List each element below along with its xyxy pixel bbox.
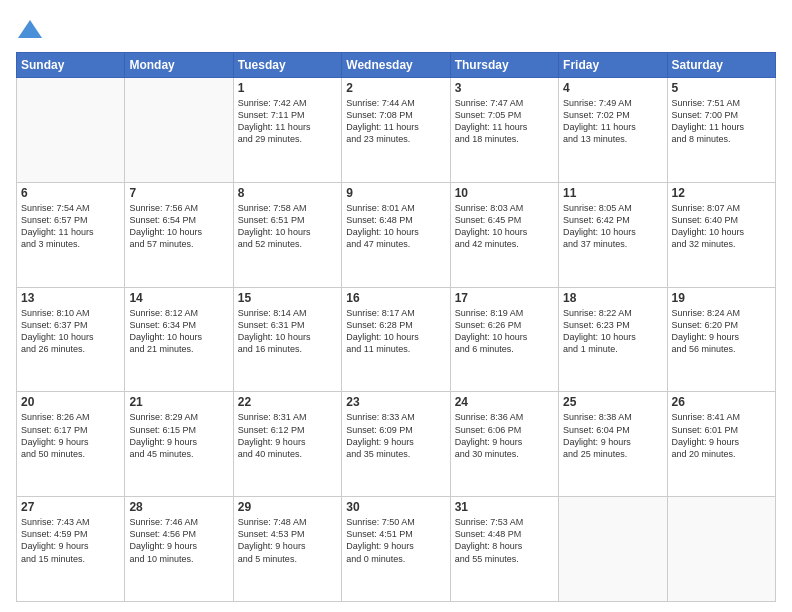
day-number: 24 [455, 395, 554, 409]
calendar-cell: 14Sunrise: 8:12 AM Sunset: 6:34 PM Dayli… [125, 287, 233, 392]
day-number: 9 [346, 186, 445, 200]
calendar-cell: 15Sunrise: 8:14 AM Sunset: 6:31 PM Dayli… [233, 287, 341, 392]
weekday-header-friday: Friday [559, 53, 667, 78]
day-info: Sunrise: 8:07 AM Sunset: 6:40 PM Dayligh… [672, 202, 771, 251]
day-info: Sunrise: 7:54 AM Sunset: 6:57 PM Dayligh… [21, 202, 120, 251]
day-info: Sunrise: 8:19 AM Sunset: 6:26 PM Dayligh… [455, 307, 554, 356]
day-number: 12 [672, 186, 771, 200]
calendar-cell: 19Sunrise: 8:24 AM Sunset: 6:20 PM Dayli… [667, 287, 775, 392]
day-number: 4 [563, 81, 662, 95]
day-info: Sunrise: 8:31 AM Sunset: 6:12 PM Dayligh… [238, 411, 337, 460]
day-number: 19 [672, 291, 771, 305]
day-number: 18 [563, 291, 662, 305]
day-number: 3 [455, 81, 554, 95]
calendar-cell [17, 78, 125, 183]
day-info: Sunrise: 8:41 AM Sunset: 6:01 PM Dayligh… [672, 411, 771, 460]
day-info: Sunrise: 8:22 AM Sunset: 6:23 PM Dayligh… [563, 307, 662, 356]
day-info: Sunrise: 8:24 AM Sunset: 6:20 PM Dayligh… [672, 307, 771, 356]
day-info: Sunrise: 7:58 AM Sunset: 6:51 PM Dayligh… [238, 202, 337, 251]
day-number: 23 [346, 395, 445, 409]
calendar-cell: 30Sunrise: 7:50 AM Sunset: 4:51 PM Dayli… [342, 497, 450, 602]
day-info: Sunrise: 8:01 AM Sunset: 6:48 PM Dayligh… [346, 202, 445, 251]
week-row-3: 13Sunrise: 8:10 AM Sunset: 6:37 PM Dayli… [17, 287, 776, 392]
day-info: Sunrise: 7:51 AM Sunset: 7:00 PM Dayligh… [672, 97, 771, 146]
day-number: 2 [346, 81, 445, 95]
day-info: Sunrise: 7:46 AM Sunset: 4:56 PM Dayligh… [129, 516, 228, 565]
day-info: Sunrise: 7:49 AM Sunset: 7:02 PM Dayligh… [563, 97, 662, 146]
calendar-cell: 26Sunrise: 8:41 AM Sunset: 6:01 PM Dayli… [667, 392, 775, 497]
day-number: 11 [563, 186, 662, 200]
day-number: 1 [238, 81, 337, 95]
day-info: Sunrise: 8:12 AM Sunset: 6:34 PM Dayligh… [129, 307, 228, 356]
day-number: 29 [238, 500, 337, 514]
header [16, 16, 776, 44]
day-info: Sunrise: 7:53 AM Sunset: 4:48 PM Dayligh… [455, 516, 554, 565]
calendar-cell: 3Sunrise: 7:47 AM Sunset: 7:05 PM Daylig… [450, 78, 558, 183]
calendar-cell: 29Sunrise: 7:48 AM Sunset: 4:53 PM Dayli… [233, 497, 341, 602]
week-row-5: 27Sunrise: 7:43 AM Sunset: 4:59 PM Dayli… [17, 497, 776, 602]
day-info: Sunrise: 8:17 AM Sunset: 6:28 PM Dayligh… [346, 307, 445, 356]
day-info: Sunrise: 8:10 AM Sunset: 6:37 PM Dayligh… [21, 307, 120, 356]
day-info: Sunrise: 7:47 AM Sunset: 7:05 PM Dayligh… [455, 97, 554, 146]
day-info: Sunrise: 8:36 AM Sunset: 6:06 PM Dayligh… [455, 411, 554, 460]
svg-marker-0 [18, 20, 42, 38]
day-info: Sunrise: 7:50 AM Sunset: 4:51 PM Dayligh… [346, 516, 445, 565]
calendar-cell: 21Sunrise: 8:29 AM Sunset: 6:15 PM Dayli… [125, 392, 233, 497]
weekday-header-tuesday: Tuesday [233, 53, 341, 78]
day-number: 6 [21, 186, 120, 200]
day-number: 8 [238, 186, 337, 200]
calendar-cell [667, 497, 775, 602]
calendar-cell: 25Sunrise: 8:38 AM Sunset: 6:04 PM Dayli… [559, 392, 667, 497]
day-number: 28 [129, 500, 228, 514]
calendar-cell: 11Sunrise: 8:05 AM Sunset: 6:42 PM Dayli… [559, 182, 667, 287]
calendar-cell: 1Sunrise: 7:42 AM Sunset: 7:11 PM Daylig… [233, 78, 341, 183]
day-number: 13 [21, 291, 120, 305]
calendar-cell: 20Sunrise: 8:26 AM Sunset: 6:17 PM Dayli… [17, 392, 125, 497]
weekday-header-monday: Monday [125, 53, 233, 78]
week-row-1: 1Sunrise: 7:42 AM Sunset: 7:11 PM Daylig… [17, 78, 776, 183]
calendar-cell: 2Sunrise: 7:44 AM Sunset: 7:08 PM Daylig… [342, 78, 450, 183]
page: SundayMondayTuesdayWednesdayThursdayFrid… [0, 0, 792, 612]
calendar-cell: 18Sunrise: 8:22 AM Sunset: 6:23 PM Dayli… [559, 287, 667, 392]
day-number: 26 [672, 395, 771, 409]
day-info: Sunrise: 8:14 AM Sunset: 6:31 PM Dayligh… [238, 307, 337, 356]
calendar-cell [125, 78, 233, 183]
day-number: 7 [129, 186, 228, 200]
week-row-4: 20Sunrise: 8:26 AM Sunset: 6:17 PM Dayli… [17, 392, 776, 497]
calendar-cell: 7Sunrise: 7:56 AM Sunset: 6:54 PM Daylig… [125, 182, 233, 287]
day-number: 20 [21, 395, 120, 409]
calendar-cell: 5Sunrise: 7:51 AM Sunset: 7:00 PM Daylig… [667, 78, 775, 183]
calendar-cell: 28Sunrise: 7:46 AM Sunset: 4:56 PM Dayli… [125, 497, 233, 602]
calendar-cell: 24Sunrise: 8:36 AM Sunset: 6:06 PM Dayli… [450, 392, 558, 497]
day-info: Sunrise: 7:44 AM Sunset: 7:08 PM Dayligh… [346, 97, 445, 146]
day-number: 25 [563, 395, 662, 409]
calendar-cell: 9Sunrise: 8:01 AM Sunset: 6:48 PM Daylig… [342, 182, 450, 287]
day-info: Sunrise: 7:48 AM Sunset: 4:53 PM Dayligh… [238, 516, 337, 565]
day-info: Sunrise: 8:29 AM Sunset: 6:15 PM Dayligh… [129, 411, 228, 460]
weekday-header-row: SundayMondayTuesdayWednesdayThursdayFrid… [17, 53, 776, 78]
day-number: 22 [238, 395, 337, 409]
day-info: Sunrise: 8:26 AM Sunset: 6:17 PM Dayligh… [21, 411, 120, 460]
day-info: Sunrise: 7:42 AM Sunset: 7:11 PM Dayligh… [238, 97, 337, 146]
calendar-cell: 6Sunrise: 7:54 AM Sunset: 6:57 PM Daylig… [17, 182, 125, 287]
day-number: 15 [238, 291, 337, 305]
calendar-cell: 4Sunrise: 7:49 AM Sunset: 7:02 PM Daylig… [559, 78, 667, 183]
weekday-header-saturday: Saturday [667, 53, 775, 78]
calendar-cell: 22Sunrise: 8:31 AM Sunset: 6:12 PM Dayli… [233, 392, 341, 497]
day-info: Sunrise: 7:56 AM Sunset: 6:54 PM Dayligh… [129, 202, 228, 251]
calendar-cell: 12Sunrise: 8:07 AM Sunset: 6:40 PM Dayli… [667, 182, 775, 287]
day-number: 17 [455, 291, 554, 305]
week-row-2: 6Sunrise: 7:54 AM Sunset: 6:57 PM Daylig… [17, 182, 776, 287]
calendar-cell: 8Sunrise: 7:58 AM Sunset: 6:51 PM Daylig… [233, 182, 341, 287]
day-number: 14 [129, 291, 228, 305]
day-number: 27 [21, 500, 120, 514]
calendar-cell: 27Sunrise: 7:43 AM Sunset: 4:59 PM Dayli… [17, 497, 125, 602]
calendar-cell [559, 497, 667, 602]
calendar-cell: 13Sunrise: 8:10 AM Sunset: 6:37 PM Dayli… [17, 287, 125, 392]
weekday-header-sunday: Sunday [17, 53, 125, 78]
day-number: 5 [672, 81, 771, 95]
calendar-cell: 23Sunrise: 8:33 AM Sunset: 6:09 PM Dayli… [342, 392, 450, 497]
calendar-cell: 31Sunrise: 7:53 AM Sunset: 4:48 PM Dayli… [450, 497, 558, 602]
day-info: Sunrise: 8:03 AM Sunset: 6:45 PM Dayligh… [455, 202, 554, 251]
calendar-cell: 17Sunrise: 8:19 AM Sunset: 6:26 PM Dayli… [450, 287, 558, 392]
